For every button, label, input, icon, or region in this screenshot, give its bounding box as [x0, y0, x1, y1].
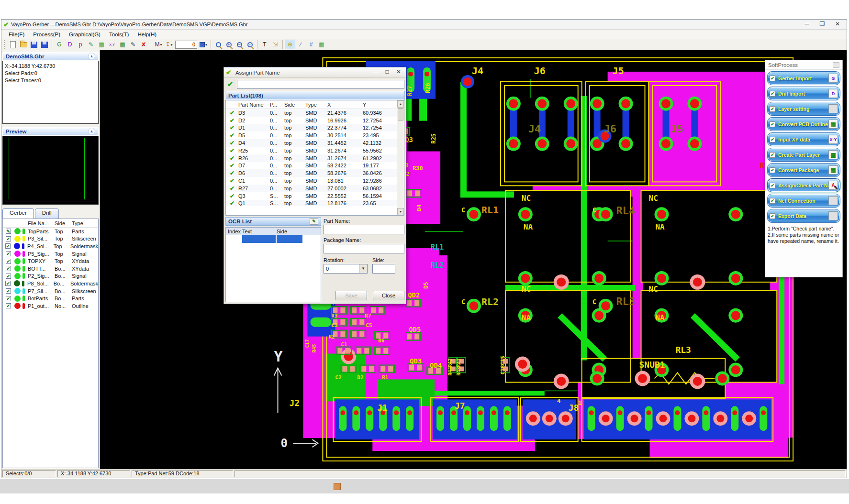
- softprocess-button[interactable]: ✔ Drill Import D: [767, 87, 840, 100]
- toolbar-icon[interactable]: ✘: [138, 40, 149, 49]
- menu-item[interactable]: Graphical(G): [65, 31, 105, 38]
- toolbar-icon[interactable]: ▾: [198, 40, 209, 49]
- softprocess-button[interactable]: ✔ Export Data: [767, 209, 840, 223]
- toolbar-icon[interactable]: ▦: [117, 40, 128, 49]
- toolbar-icon[interactable]: G: [54, 40, 65, 49]
- maximize-button[interactable]: ❐: [815, 21, 829, 29]
- toolbar-icon[interactable]: X-Y: [107, 40, 117, 49]
- part-row[interactable]: ✔ Q1 S... top SMD 12.8176 23.65: [226, 200, 397, 206]
- step-checkbox[interactable]: ✔: [770, 183, 775, 188]
- dialog-maximize-button[interactable]: □: [382, 68, 392, 77]
- layer-color-dot[interactable]: [14, 296, 21, 302]
- softprocess-button[interactable]: ✔ Layer setting: [767, 102, 840, 116]
- preview-panel-header[interactable]: Preview ▲: [2, 127, 99, 136]
- toolbar-icon[interactable]: [282, 40, 283, 49]
- toolbar-icon[interactable]: #: [306, 40, 316, 49]
- menu-item[interactable]: Process(P): [29, 31, 65, 38]
- softprocess-button[interactable]: ✔ Net Connection: [767, 194, 840, 208]
- toolbar-icon[interactable]: D: [65, 40, 75, 49]
- toolbar-icon[interactable]: [213, 40, 223, 49]
- part-name-field[interactable]: [324, 225, 404, 234]
- collapse-chevron-icon[interactable]: ▲: [88, 128, 95, 135]
- softprocess-button[interactable]: ✔ Convert PCB Outline ▦: [767, 117, 840, 131]
- step-checkbox[interactable]: ✔: [770, 137, 775, 142]
- part-row[interactable]: ✔ Q3 S... top SMD 22.5552 56.1594: [226, 192, 397, 200]
- layer-checkbox[interactable]: ✎: [6, 229, 11, 234]
- part-row[interactable]: ✔ R25 0... top SMD 31.2674 55.9562: [226, 147, 397, 154]
- part-row[interactable]: ✔ D1 0... top SMD 22.3774 12.7254: [226, 124, 397, 132]
- toolbar-icon[interactable]: p: [75, 40, 86, 49]
- layer-checkbox[interactable]: ✔: [6, 303, 11, 308]
- layer-checkbox[interactable]: ✔: [6, 288, 11, 294]
- minimize-button[interactable]: ─: [800, 21, 814, 29]
- layer-row[interactable]: ✔ P2_Sig... Bo... Signal: [3, 273, 98, 280]
- panel-box-icon[interactable]: [833, 62, 839, 68]
- scroll-down-icon[interactable]: ▼: [397, 208, 404, 215]
- layer-color-dot[interactable]: [14, 273, 21, 279]
- menu-item[interactable]: File(F): [4, 31, 29, 38]
- combo-dropdown-icon[interactable]: ▼: [359, 264, 367, 273]
- col-type[interactable]: Type: [305, 102, 327, 108]
- side-field[interactable]: [372, 264, 395, 274]
- part-list-scrollbar[interactable]: ▲ ▼: [397, 100, 404, 215]
- layer-checkbox[interactable]: ✔: [6, 266, 11, 271]
- part-row[interactable]: ✔ R26 0... top SMD 31.2674 61.2902: [226, 154, 397, 162]
- step-checkbox[interactable]: ✔: [770, 167, 775, 173]
- pcb-canvas[interactable]: J31R28R27R26J4J6J5R21R24R12D3C11R13C10Q3…: [100, 50, 847, 469]
- part-filter-input[interactable]: [237, 80, 404, 89]
- softprocess-button[interactable]: ✔ Input XY data X-Y: [767, 132, 840, 146]
- layer-row[interactable]: ✔ TOPXY Top XYdata: [3, 257, 98, 265]
- layer-row[interactable]: ✔ P7_Sil... Bo... Silkscreen: [3, 287, 98, 295]
- col-part-name[interactable]: Part Name: [238, 102, 270, 108]
- part-row[interactable]: ✔ R27 0... top SMD 27.0002 63.0682: [226, 185, 397, 192]
- layer-row[interactable]: ✔ BotParts Bo... Parts: [3, 295, 98, 302]
- dialog-minimize-button[interactable]: ─: [370, 68, 381, 77]
- scroll-thumb[interactable]: [398, 108, 403, 121]
- layer-row[interactable]: ✔ P4_Sol... Top Soldermask: [3, 242, 98, 250]
- dcode-input[interactable]: [175, 41, 197, 49]
- step-checkbox[interactable]: ✔: [770, 152, 775, 158]
- softprocess-button[interactable]: ✔ Convert Package ▦: [767, 163, 840, 177]
- layer-row[interactable]: ✔ P8_Sol... Bo... Soldermask: [3, 280, 98, 287]
- toolbar-icon[interactable]: ↧▾: [164, 40, 174, 49]
- part-row[interactable]: ✔ D2 0... top SMD 16.9926 12.7254: [226, 117, 397, 124]
- ocr-table[interactable]: Index Text Side: [225, 227, 321, 302]
- softprocess-button[interactable]: ✔ Assign/Check Part Name A: [767, 178, 840, 192]
- toolbar-icon[interactable]: [151, 40, 151, 49]
- layer-color-dot[interactable]: [14, 265, 21, 272]
- part-row[interactable]: ✔ D3 0... top SMD 21.4376 60.9346: [226, 109, 397, 117]
- layer-row[interactable]: ✎ TopParts Top Parts: [3, 228, 98, 235]
- toolbar-icon[interactable]: [39, 40, 50, 49]
- close-dialog-button[interactable]: Close: [373, 291, 404, 300]
- col-x[interactable]: X: [327, 102, 363, 108]
- rotation-combo[interactable]: 0 ▼: [324, 264, 368, 274]
- tab-gerber[interactable]: Gerber: [2, 208, 34, 219]
- col-side[interactable]: Side: [284, 102, 305, 108]
- col-y[interactable]: Y: [363, 102, 397, 108]
- col-package[interactable]: P...: [270, 102, 284, 108]
- step-checkbox[interactable]: ✔: [770, 76, 775, 81]
- layer-color-dot[interactable]: [14, 280, 20, 286]
- taskbar-item[interactable]: [334, 483, 341, 490]
- part-row[interactable]: ✔ D6 0... top SMD 58.2676 36.0426: [226, 169, 397, 177]
- layer-checkbox[interactable]: ✔: [6, 259, 11, 264]
- layer-color-dot[interactable]: [14, 251, 21, 257]
- document-panel-header[interactable]: DemoSMS.Gbr ▲: [2, 52, 99, 61]
- close-button[interactable]: ✕: [830, 21, 845, 29]
- dialog-close-button[interactable]: ✕: [393, 68, 404, 77]
- toolbar-icon[interactable]: ▫: [245, 40, 255, 49]
- layer-checkbox[interactable]: ✔: [5, 243, 11, 249]
- scroll-up-icon[interactable]: ▲: [397, 100, 404, 108]
- step-checkbox[interactable]: ✔: [770, 213, 775, 219]
- layer-row[interactable]: ✔ P5_Sig... Top Signal: [3, 250, 98, 258]
- save-button[interactable]: Save: [335, 291, 367, 300]
- part-row[interactable]: ✔ D5 0... top SMD 30.2514 23.495: [226, 131, 397, 139]
- step-checkbox[interactable]: ✔: [770, 121, 775, 127]
- layer-checkbox[interactable]: ✔: [6, 274, 11, 279]
- softprocess-button[interactable]: ✔ Create Part Layer ▦: [767, 148, 840, 162]
- layer-row[interactable]: ✔ BOTT... Bo... XYdata: [3, 265, 98, 273]
- layer-row[interactable]: ✔ P1_out... No... Outline: [3, 302, 98, 310]
- layer-checkbox[interactable]: ✔: [6, 296, 11, 301]
- toolbar-icon[interactable]: M▾: [153, 40, 164, 49]
- apply-check-icon[interactable]: ✔: [225, 80, 235, 88]
